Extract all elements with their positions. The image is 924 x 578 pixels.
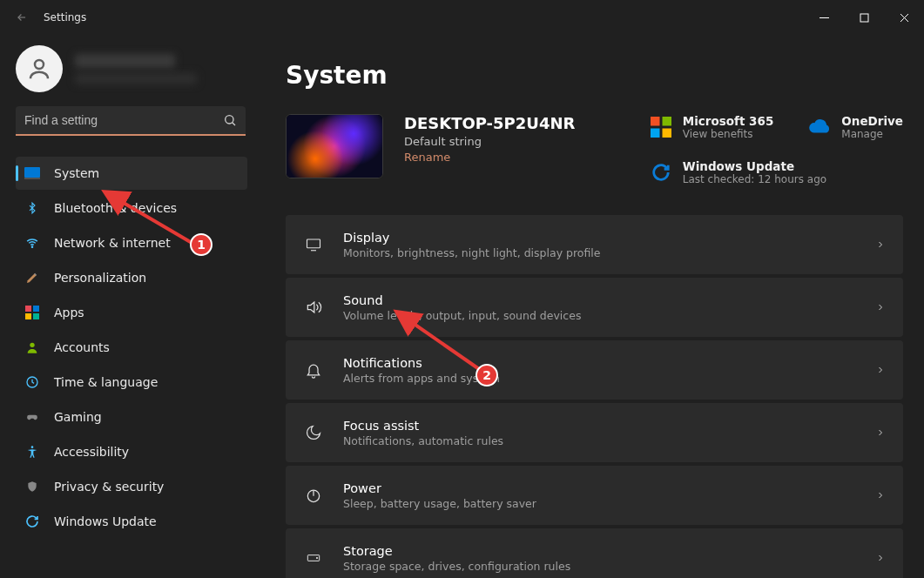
sidebar-item-label: Time & language bbox=[54, 375, 158, 389]
svg-rect-1 bbox=[860, 14, 868, 22]
sidebar-item-network[interactable]: Network & internet bbox=[16, 226, 247, 259]
pc-model: Default string bbox=[404, 135, 575, 148]
pc-info: DESKTOP-5P2U4NR Default string Rename bbox=[404, 114, 575, 164]
svg-rect-7 bbox=[25, 306, 31, 312]
sidebar-item-apps[interactable]: Apps bbox=[16, 296, 247, 329]
sidebar-item-system[interactable]: System bbox=[16, 157, 247, 190]
svg-rect-18 bbox=[307, 239, 320, 248]
display-icon bbox=[303, 234, 324, 255]
row-sound[interactable]: SoundVolume levels, output, input, sound… bbox=[286, 278, 903, 337]
svg-point-3 bbox=[226, 116, 233, 124]
back-button[interactable] bbox=[12, 8, 31, 27]
maximize-button[interactable] bbox=[844, 3, 884, 31]
chevron-right-icon bbox=[875, 490, 886, 501]
sidebar-item-accessibility[interactable]: Accessibility bbox=[16, 435, 247, 468]
svg-rect-16 bbox=[651, 129, 660, 138]
svg-point-13 bbox=[31, 446, 34, 448]
close-button[interactable] bbox=[884, 3, 924, 31]
row-storage[interactable]: StorageStorage space, drives, configurat… bbox=[286, 528, 903, 578]
sidebar-item-personalization[interactable]: Personalization bbox=[16, 261, 247, 294]
row-title: Notifications bbox=[343, 356, 500, 370]
card-sub: Manage bbox=[841, 128, 903, 140]
person-icon bbox=[24, 339, 40, 355]
card-sub: Last checked: 12 hours ago bbox=[683, 173, 826, 185]
minimize-button[interactable] bbox=[804, 3, 844, 31]
sidebar: System Bluetooth & devices Network & int… bbox=[0, 35, 261, 578]
shield-icon bbox=[24, 479, 40, 494]
sync-icon bbox=[650, 161, 672, 184]
sidebar-item-label: Gaming bbox=[54, 410, 102, 424]
accessibility-icon bbox=[24, 444, 40, 460]
row-display[interactable]: DisplayMonitors, brightness, night light… bbox=[286, 215, 903, 274]
row-power[interactable]: PowerSleep, battery usage, battery saver bbox=[286, 466, 903, 525]
settings-list: DisplayMonitors, brightness, night light… bbox=[286, 215, 903, 578]
row-title: Focus assist bbox=[343, 419, 503, 433]
sidebar-item-label: Bluetooth & devices bbox=[54, 201, 177, 215]
chevron-right-icon bbox=[875, 239, 886, 250]
window-title: Settings bbox=[44, 11, 86, 24]
svg-point-2 bbox=[35, 60, 44, 69]
row-sub: Monitors, brightness, night light, displ… bbox=[343, 246, 600, 259]
power-icon bbox=[303, 485, 324, 506]
svg-rect-5 bbox=[24, 178, 40, 179]
row-sub: Notifications, automatic rules bbox=[343, 434, 503, 447]
chevron-right-icon bbox=[875, 365, 886, 375]
avatar bbox=[16, 45, 63, 92]
sidebar-item-bluetooth[interactable]: Bluetooth & devices bbox=[16, 192, 247, 225]
moon-icon bbox=[303, 422, 324, 443]
sidebar-item-label: Accessibility bbox=[54, 445, 129, 459]
chevron-right-icon bbox=[875, 553, 886, 563]
svg-point-11 bbox=[30, 343, 34, 347]
sidebar-item-label: Accounts bbox=[54, 340, 110, 354]
title-bar: Settings bbox=[0, 0, 924, 35]
card-windows-update[interactable]: Windows Update Last checked: 12 hours ag… bbox=[650, 159, 903, 185]
svg-rect-10 bbox=[33, 313, 39, 319]
sidebar-item-privacy[interactable]: Privacy & security bbox=[16, 470, 247, 503]
bluetooth-icon bbox=[24, 200, 40, 216]
svg-rect-15 bbox=[662, 117, 671, 126]
sidebar-item-accounts[interactable]: Accounts bbox=[16, 331, 247, 364]
card-onedrive[interactable]: OneDrive Manage bbox=[808, 114, 903, 140]
row-notifications[interactable]: NotificationsAlerts from apps and system bbox=[286, 340, 903, 400]
sidebar-item-gaming[interactable]: Gaming bbox=[16, 400, 247, 434]
row-sub: Alerts from apps and system bbox=[343, 372, 500, 385]
row-sub: Storage space, drives, configuration rul… bbox=[343, 560, 570, 573]
sidebar-item-label: Windows Update bbox=[54, 514, 157, 528]
sidebar-item-label: Network & internet bbox=[54, 236, 171, 250]
sidebar-item-windows-update[interactable]: Windows Update bbox=[16, 505, 247, 538]
gamepad-icon bbox=[24, 409, 40, 425]
onedrive-icon bbox=[808, 116, 831, 138]
svg-rect-17 bbox=[662, 129, 671, 138]
svg-rect-14 bbox=[651, 117, 660, 126]
search-icon bbox=[223, 113, 237, 127]
row-sub: Sleep, battery usage, battery saver bbox=[343, 497, 536, 510]
row-focus-assist[interactable]: Focus assistNotifications, automatic rul… bbox=[286, 403, 903, 462]
card-sub: View benefits bbox=[683, 128, 774, 140]
paintbrush-icon bbox=[24, 270, 40, 286]
sidebar-item-label: System bbox=[54, 166, 99, 180]
card-title: Windows Update bbox=[683, 159, 826, 173]
storage-icon bbox=[303, 548, 324, 568]
main-content: System DESKTOP-5P2U4NR Default string Re… bbox=[261, 35, 924, 578]
chevron-right-icon bbox=[875, 302, 886, 313]
pc-thumbnail[interactable] bbox=[286, 114, 383, 178]
svg-rect-8 bbox=[33, 306, 39, 312]
sidebar-item-time-language[interactable]: Time & language bbox=[16, 366, 247, 399]
sidebar-nav: System Bluetooth & devices Network & int… bbox=[16, 157, 247, 538]
window-controls bbox=[804, 3, 924, 31]
user-card[interactable] bbox=[16, 45, 247, 92]
card-microsoft-365[interactable]: Microsoft 365 View benefits bbox=[650, 114, 774, 140]
clock-globe-icon bbox=[24, 374, 40, 390]
row-sub: Volume levels, output, input, sound devi… bbox=[343, 309, 581, 322]
sync-icon bbox=[24, 514, 40, 529]
sound-icon bbox=[303, 297, 324, 318]
pc-name: DESKTOP-5P2U4NR bbox=[404, 114, 575, 132]
rename-link[interactable]: Rename bbox=[404, 151, 575, 164]
page-title: System bbox=[286, 61, 903, 90]
row-title: Power bbox=[343, 481, 536, 495]
sidebar-item-label: Personalization bbox=[54, 271, 146, 285]
sidebar-item-label: Apps bbox=[54, 306, 84, 319]
search-input[interactable] bbox=[16, 106, 246, 136]
user-name-redacted bbox=[75, 54, 197, 84]
microsoft-365-icon bbox=[650, 116, 672, 138]
